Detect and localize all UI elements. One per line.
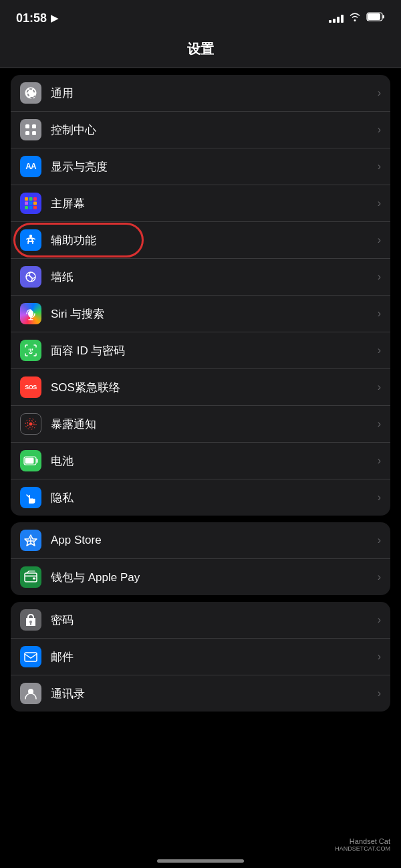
- svg-point-22: [29, 423, 33, 426]
- sos-icon: SOS: [20, 376, 41, 398]
- exposure-label: 暴露通知: [51, 417, 372, 432]
- svg-point-19: [28, 310, 33, 318]
- mail-icon: [20, 646, 41, 667]
- settings-item-display[interactable]: AA 显示与亮度 ›: [11, 148, 390, 185]
- contacts-chevron: ›: [378, 687, 381, 699]
- status-bar: 01:58 ▶: [0, 0, 401, 33]
- settings-item-mail[interactable]: 邮件 ›: [11, 639, 390, 675]
- mail-label: 邮件: [51, 649, 372, 665]
- contacts-label: 通讯录: [51, 686, 372, 701]
- settings-item-siri[interactable]: Siri 与搜索 ›: [11, 296, 390, 332]
- watermark-line1: Handset Cat: [335, 837, 390, 845]
- control-center-icon: [20, 119, 41, 140]
- appstore-chevron: ›: [378, 534, 381, 546]
- accessibility-chevron: ›: [378, 234, 381, 246]
- accessibility-icon: [20, 229, 41, 251]
- settings-group-3: 密码 › 邮件 › 通讯录 ›: [11, 602, 390, 712]
- appstore-label: App Store: [51, 534, 372, 547]
- svg-rect-26: [25, 458, 34, 464]
- wallet-chevron: ›: [378, 571, 381, 583]
- siri-icon: [20, 303, 41, 324]
- wallpaper-label: 墙纸: [51, 269, 372, 285]
- settings-item-general[interactable]: 通用 ›: [11, 75, 390, 112]
- siri-label: Siri 与搜索: [51, 306, 372, 322]
- settings-item-accessibility[interactable]: 辅助功能 ›: [11, 222, 390, 259]
- svg-rect-4: [25, 124, 29, 128]
- svg-rect-14: [25, 206, 28, 209]
- privacy-label: 隐私: [51, 490, 372, 506]
- siri-chevron: ›: [378, 308, 381, 320]
- settings-item-homescreen[interactable]: 主屏幕 ›: [11, 185, 390, 222]
- wallpaper-icon: [20, 266, 41, 288]
- status-time: 01:58 ▶: [16, 11, 58, 25]
- settings-group-2: App Store › 钱包与 Apple Pay ›: [11, 522, 390, 595]
- svg-rect-29: [25, 575, 37, 577]
- location-icon: ▶: [51, 13, 58, 23]
- appstore-icon: [20, 530, 41, 551]
- watermark-line2: HANDSETCAT.COM: [335, 845, 390, 852]
- wallet-label: 钱包与 Apple Pay: [51, 570, 372, 585]
- privacy-chevron: ›: [378, 492, 381, 504]
- faceid-chevron: ›: [378, 344, 381, 356]
- svg-point-17: [29, 235, 32, 237]
- page-title: 设置: [187, 41, 214, 56]
- settings-item-control-center[interactable]: 控制中心 ›: [11, 112, 390, 148]
- settings-item-battery[interactable]: 电池 ›: [11, 443, 390, 479]
- homescreen-chevron: ›: [378, 197, 381, 209]
- svg-rect-28: [25, 573, 37, 582]
- content-area: 通用 › 控制中心 › AA 显示与亮度 ›: [0, 68, 401, 868]
- wallpaper-chevron: ›: [378, 271, 381, 283]
- settings-group-1: 通用 › 控制中心 › AA 显示与亮度 ›: [11, 75, 390, 516]
- svg-rect-1: [368, 13, 380, 20]
- passwords-label: 密码: [51, 613, 372, 628]
- display-icon: AA: [20, 156, 41, 177]
- svg-rect-6: [25, 131, 29, 135]
- nav-header: 设置: [0, 33, 401, 68]
- general-chevron: ›: [378, 87, 381, 99]
- control-center-chevron: ›: [378, 124, 381, 136]
- settings-item-wallpaper[interactable]: 墙纸 ›: [11, 259, 390, 296]
- contacts-icon: [20, 683, 41, 704]
- battery-chevron: ›: [378, 455, 381, 467]
- faceid-icon: [20, 340, 41, 361]
- display-chevron: ›: [378, 160, 381, 173]
- settings-item-faceid[interactable]: 面容 ID 与密码 ›: [11, 332, 390, 369]
- wifi-icon: [349, 12, 361, 24]
- settings-item-privacy[interactable]: 隐私 ›: [11, 479, 390, 516]
- watermark: Handset Cat HANDSETCAT.COM: [335, 837, 390, 852]
- battery-icon: [366, 12, 385, 24]
- svg-rect-10: [33, 197, 37, 201]
- homescreen-label: 主屏幕: [51, 196, 372, 211]
- svg-rect-33: [25, 653, 37, 661]
- exposure-chevron: ›: [378, 418, 381, 430]
- privacy-icon: [20, 487, 41, 508]
- signal-bars-icon: [329, 13, 344, 23]
- svg-rect-5: [32, 124, 36, 128]
- svg-rect-13: [33, 202, 37, 205]
- general-icon: [20, 82, 41, 104]
- passwords-chevron: ›: [378, 614, 381, 626]
- homescreen-icon: [20, 193, 41, 214]
- accessibility-label: 辅助功能: [51, 233, 372, 248]
- sos-chevron: ›: [378, 381, 381, 393]
- home-indicator: [157, 859, 244, 863]
- settings-item-appstore[interactable]: App Store ›: [11, 522, 390, 559]
- control-center-label: 控制中心: [51, 122, 372, 138]
- settings-item-wallet[interactable]: 钱包与 Apple Pay ›: [11, 559, 390, 595]
- mail-chevron: ›: [378, 651, 381, 663]
- svg-rect-30: [33, 578, 35, 580]
- svg-rect-9: [29, 197, 33, 201]
- settings-item-contacts[interactable]: 通讯录 ›: [11, 675, 390, 712]
- svg-rect-16: [33, 206, 37, 209]
- svg-rect-7: [32, 131, 36, 135]
- settings-item-passwords[interactable]: 密码 ›: [11, 602, 390, 639]
- svg-rect-8: [25, 197, 28, 201]
- svg-rect-27: [37, 459, 38, 463]
- settings-item-sos[interactable]: SOS SOS紧急联络 ›: [11, 369, 390, 406]
- svg-rect-2: [383, 15, 385, 19]
- svg-rect-12: [29, 202, 33, 205]
- passwords-icon: [20, 609, 41, 631]
- settings-item-exposure[interactable]: 暴露通知 ›: [11, 406, 390, 443]
- svg-rect-11: [25, 202, 28, 205]
- general-label: 通用: [51, 86, 372, 101]
